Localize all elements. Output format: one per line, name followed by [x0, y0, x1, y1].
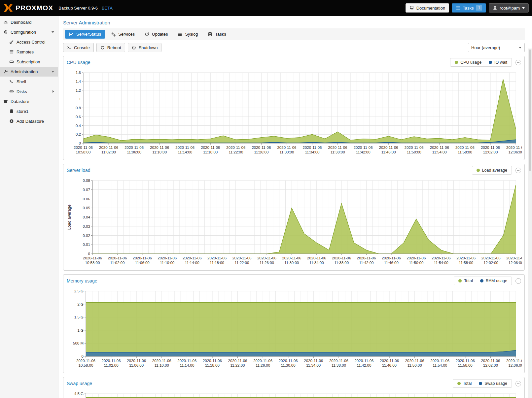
power-icon — [132, 46, 136, 50]
svg-text:2020-11-0611:38:00: 2020-11-0611:38:00 — [329, 359, 348, 367]
legend-item-ram-usage[interactable]: RAM usage — [480, 279, 507, 283]
sidebar-item-label: Shell — [17, 79, 26, 84]
sidebar-item-label: Disks — [17, 89, 27, 94]
panel-server-load: Server load Load average 00.010.020.030.… — [63, 164, 525, 271]
tasks-button[interactable]: Tasks 1 — [452, 3, 486, 13]
legend-item-io-wait[interactable]: IO wait — [489, 60, 507, 65]
svg-text:2020-11-0611:46:00: 2020-11-0611:46:00 — [379, 146, 398, 154]
svg-text:2020-11-0612:06:00: 2020-11-0612:06:00 — [506, 359, 522, 367]
sidebar-item-configuration[interactable]: Configuration — [0, 27, 58, 37]
archive-icon — [3, 99, 8, 104]
status-toolbar: Console Reboot Shutdown Hour (average) — [63, 43, 525, 52]
user-icon — [493, 6, 497, 10]
panel-title: Swap usage — [67, 381, 92, 386]
svg-text:2020-11-0611:10:00: 2020-11-0611:10:00 — [152, 359, 171, 367]
legend-label: Total — [463, 381, 472, 386]
collapse-icon[interactable] — [515, 278, 521, 284]
product-name: PROXMOX — [16, 4, 53, 12]
sidebar-item-dashboard[interactable]: Dashboard — [0, 17, 58, 27]
svg-text:1 G: 1 G — [77, 328, 84, 332]
tab-label: ServerStatus — [76, 32, 101, 37]
svg-text:2020-11-0611:54:00: 2020-11-0611:54:00 — [432, 256, 451, 265]
chevron-down-icon[interactable] — [52, 31, 54, 33]
sidebar-item-shell[interactable]: Shell — [0, 77, 58, 86]
sidebar-item-datastore[interactable]: Datastore — [0, 96, 58, 106]
user-menu-button[interactable]: root@pam — [489, 3, 529, 13]
svg-text:2020-11-0611:30:00: 2020-11-0611:30:00 — [277, 146, 296, 154]
legend-item-cpu-usage[interactable]: CPU usage — [455, 60, 481, 65]
svg-text:2.5 G: 2.5 G — [74, 289, 84, 293]
tab-label: Syslog — [185, 32, 198, 37]
legend-item-total[interactable]: Total — [458, 279, 473, 283]
app-header: PROXMOX Backup Server 0.9-6 BETA Documen… — [0, 0, 532, 16]
sidebar-item-add-datastore[interactable]: Add Datastore — [0, 116, 58, 126]
beta-link[interactable]: BETA — [102, 6, 113, 11]
svg-text:2020-11-0611:34:00: 2020-11-0611:34:00 — [304, 359, 323, 367]
sidebar-item-store1[interactable]: store1 — [0, 106, 58, 116]
panel-body: 0500 M1 G1.5 G2 G2.5 G2020-11-0610:58:00… — [63, 287, 524, 373]
svg-text:1: 1 — [79, 97, 81, 101]
sidebar-item-disks[interactable]: Disks — [0, 86, 58, 96]
chevron-down-icon — [519, 47, 521, 49]
svg-text:0.8: 0.8 — [76, 106, 81, 110]
proxmox-logo: PROXMOX — [3, 4, 53, 12]
refresh-icon — [145, 32, 149, 37]
svg-text:0.6: 0.6 — [76, 115, 81, 119]
svg-text:2020-11-0610:58:00: 2020-11-0610:58:00 — [74, 146, 93, 154]
chevron-down-icon — [522, 7, 525, 9]
tab-services[interactable]: Services — [107, 30, 139, 39]
plus-circle-icon — [9, 119, 14, 123]
chevron-right-icon[interactable] — [53, 90, 54, 93]
tab-updates[interactable]: Updates — [141, 30, 172, 39]
svg-text:2020-11-0611:22:00: 2020-11-0611:22:00 — [228, 359, 247, 367]
collapse-icon[interactable] — [515, 381, 521, 386]
sidebar-item-label: store1 — [17, 109, 28, 114]
legend-dot — [479, 382, 482, 385]
shutdown-button[interactable]: Shutdown — [128, 43, 162, 52]
panel-title: Server load — [67, 168, 90, 173]
timeframe-select[interactable]: Hour (average) — [468, 43, 525, 52]
sidebar-item-access-control[interactable]: Access Control — [0, 37, 58, 47]
svg-text:0.2: 0.2 — [76, 132, 81, 136]
legend-item-load-average[interactable]: Load average — [477, 168, 507, 173]
svg-text:2020-11-0611:02:00: 2020-11-0611:02:00 — [108, 256, 127, 265]
panel-header: CPU usage CPU usage IO wait — [63, 56, 524, 69]
reboot-button[interactable]: Reboot — [96, 43, 125, 52]
list-icon — [178, 32, 182, 37]
svg-text:2020-11-0611:42:00: 2020-11-0611:42:00 — [354, 146, 373, 154]
tab-bar: ServerStatus Services Updates Syslog Tas… — [63, 28, 525, 40]
chart-legend: Total RAM usage — [454, 277, 512, 285]
panel-header: Server load Load average — [63, 164, 524, 177]
panel-memory-usage: Memory usage Total RAM usage 0500 M1 G1.… — [63, 274, 525, 373]
chevron-down-icon[interactable] — [52, 71, 54, 73]
console-button[interactable]: Console — [63, 43, 94, 52]
chart-legend: Load average — [472, 166, 512, 175]
tab-tasks[interactable]: Tasks — [204, 30, 230, 39]
svg-text:2020-11-0611:26:00: 2020-11-0611:26:00 — [253, 359, 272, 367]
console-label: Console — [74, 45, 90, 50]
tab-syslog[interactable]: Syslog — [174, 30, 202, 39]
legend-item-total[interactable]: Total — [457, 381, 472, 386]
panel-body: 0500 M1 G1.5 G2 G2.5 G3 G3.5 G4 G4.5 G20… — [63, 390, 524, 398]
tab-serverstatus[interactable]: ServerStatus — [65, 30, 105, 39]
database-icon — [9, 109, 14, 114]
svg-text:2 G: 2 G — [77, 302, 84, 306]
collapse-icon[interactable] — [515, 168, 521, 173]
scrollbar-thumb[interactable] — [529, 50, 531, 171]
sidebar-item-administration[interactable]: Administration — [0, 67, 58, 77]
svg-text:0: 0 — [79, 141, 81, 145]
documentation-button[interactable]: Documentation — [406, 3, 449, 13]
svg-text:2020-11-0611:30:00: 2020-11-0611:30:00 — [279, 359, 298, 367]
collapse-icon[interactable] — [515, 60, 521, 65]
sidebar-item-subscription[interactable]: Subscription — [0, 57, 58, 67]
panel-header: Swap usage Total Swap usage — [63, 377, 524, 390]
svg-text:2020-11-0611:38:00: 2020-11-0611:38:00 — [332, 256, 351, 265]
svg-text:2020-11-0611:50:00: 2020-11-0611:50:00 — [407, 256, 426, 265]
legend-dot — [458, 279, 462, 282]
memory-usage-chart: 0500 M1 G1.5 G2 G2.5 G2020-11-0610:58:00… — [66, 288, 522, 371]
sidebar-item-remotes[interactable]: Remotes — [0, 47, 58, 57]
vertical-scrollbar[interactable] — [528, 49, 532, 398]
panel-body: 00.010.020.030.040.050.060.070.082020-11… — [63, 177, 524, 270]
legend-item-swap-usage[interactable]: Swap usage — [479, 381, 507, 386]
tab-label: Services — [118, 32, 135, 37]
